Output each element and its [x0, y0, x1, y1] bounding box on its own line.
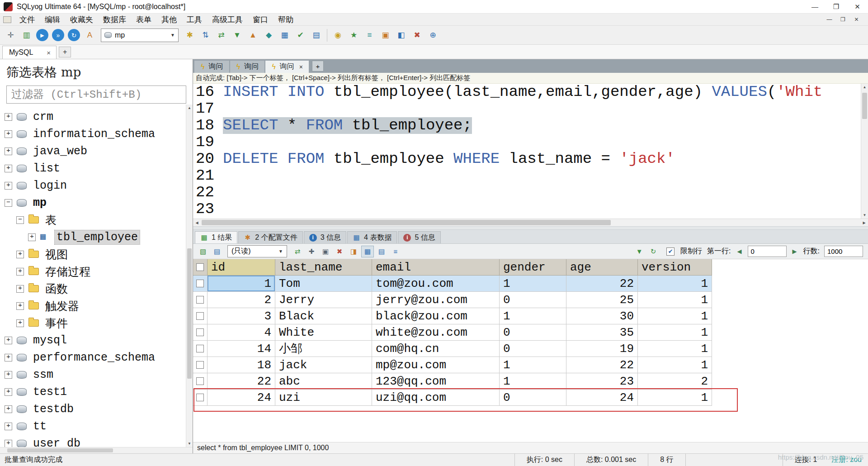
connect-icon[interactable]: ✛: [3, 29, 18, 42]
cell-gender[interactable]: 1: [500, 308, 566, 324]
query-tab-3[interactable]: 询问×: [265, 61, 309, 73]
cell-version[interactable]: 1: [638, 308, 712, 324]
expander-icon[interactable]: [5, 182, 12, 190]
expander-icon[interactable]: [5, 371, 12, 379]
notification-services-icon[interactable]: ◧: [394, 29, 409, 42]
export-data-icon[interactable]: ⇄: [214, 29, 229, 42]
tree-item-performance-schema[interactable]: performance_schema: [0, 349, 186, 366]
text-view-icon[interactable]: ≡: [389, 246, 402, 257]
previous-page-icon[interactable]: ◀: [734, 246, 745, 257]
editor-hscrollbar[interactable]: ◀ ▶: [193, 219, 868, 226]
cell-id[interactable]: 24: [208, 390, 275, 406]
expander-icon[interactable]: [5, 354, 12, 361]
menu-table[interactable]: 表单: [131, 14, 156, 25]
cell-email[interactable]: jerry@zou.com: [372, 292, 500, 308]
expander-icon[interactable]: [28, 233, 36, 241]
column-header-gender[interactable]: gender: [500, 259, 566, 276]
cell-version[interactable]: 1: [638, 292, 712, 308]
validate-icon[interactable]: ✔: [293, 29, 308, 42]
refresh-icon[interactable]: ↻: [68, 29, 80, 41]
row-count-input[interactable]: [824, 246, 863, 257]
restore-icon[interactable]: ❐: [826, 0, 847, 13]
filter-icon[interactable]: ▼: [633, 246, 646, 257]
expander-icon[interactable]: [5, 405, 12, 413]
sql-editor[interactable]: 16INSERT INTO tbl_employee(last_name,ema…: [193, 84, 868, 219]
expander-icon[interactable]: [5, 388, 12, 396]
scroll-thumb[interactable]: [187, 248, 192, 379]
cell-id[interactable]: 4: [208, 324, 275, 341]
tree-item-triggers[interactable]: 触发器: [0, 297, 186, 314]
editor-vscrollbar[interactable]: ▲ ▼: [861, 84, 868, 219]
row-select-cell[interactable]: [193, 357, 208, 373]
cell-id[interactable]: 2: [208, 292, 275, 308]
row-select-cell[interactable]: [193, 292, 208, 308]
export-resultset-icon[interactable]: ▧: [197, 246, 209, 257]
tree-item-login[interactable]: login: [0, 177, 186, 194]
cell-gender[interactable]: 1: [500, 373, 566, 390]
cell-last-name[interactable]: White: [275, 324, 372, 341]
cell-last-name[interactable]: abc: [275, 373, 372, 390]
data-search-icon[interactable]: ≡: [362, 29, 377, 42]
menu-tools[interactable]: 工具: [182, 14, 207, 25]
row-select-cell[interactable]: [193, 276, 208, 292]
cell-version[interactable]: 2: [638, 373, 712, 390]
form-view-icon[interactable]: ▤: [309, 29, 324, 42]
refresh-data-icon[interactable]: ⇄: [291, 246, 304, 257]
cell-email[interactable]: white@zou.com: [372, 324, 500, 341]
row-select-cell[interactable]: [193, 373, 208, 390]
cancel-changes-icon[interactable]: ◨: [347, 246, 360, 257]
cell-last-name[interactable]: Tom: [275, 276, 372, 292]
tab-profiles[interactable]: 2 个配置文件: [238, 231, 302, 243]
cell-gender[interactable]: 1: [500, 357, 566, 373]
scroll-thumb[interactable]: [202, 220, 611, 225]
tree-item-list[interactable]: list: [0, 160, 186, 177]
schema-sync-icon[interactable]: ⊕: [425, 29, 440, 42]
minimize-icon[interactable]: —: [804, 0, 826, 13]
tree-item-ssm[interactable]: ssm: [0, 366, 186, 383]
form-view-icon[interactable]: ▤: [375, 246, 388, 257]
execute-query-icon[interactable]: ►: [36, 29, 48, 41]
scheduled-backup-icon[interactable]: ▣: [378, 29, 393, 42]
cell-email[interactable]: mp@zou.com: [372, 357, 500, 373]
cell-last-name[interactable]: Jerry: [275, 292, 372, 308]
new-connection-icon[interactable]: ▥: [19, 29, 34, 42]
tree-item-java-web[interactable]: java_web: [0, 143, 186, 160]
column-header-age[interactable]: age: [566, 259, 638, 276]
checkbox-icon[interactable]: [196, 394, 204, 401]
editor-lines[interactable]: 16INSERT INTO tbl_employee(last_name,ema…: [193, 84, 861, 219]
cell-version[interactable]: 1: [638, 341, 712, 357]
cell-email[interactable]: com@hq.cn: [372, 341, 500, 357]
expander-icon[interactable]: [16, 302, 24, 310]
cell-email[interactable]: 123@qq.com: [372, 373, 500, 390]
execute-all-icon[interactable]: »: [52, 29, 64, 41]
expander-icon[interactable]: [5, 440, 12, 447]
checkbox-icon[interactable]: [196, 328, 204, 336]
menu-edit[interactable]: 编辑: [40, 14, 65, 25]
scroll-thumb[interactable]: [7, 448, 113, 452]
tree-item-information-schema[interactable]: information_schema: [0, 125, 186, 143]
query-tab-1[interactable]: 询问: [194, 61, 229, 73]
expander-icon[interactable]: [5, 199, 12, 207]
font-icon[interactable]: A: [82, 29, 97, 42]
scroll-up-icon[interactable]: ▲: [186, 105, 193, 111]
grid-view-icon[interactable]: ▦: [361, 246, 374, 257]
import-data-icon[interactable]: ⇅: [198, 29, 213, 42]
tree-item-testdb[interactable]: testdb: [0, 400, 186, 418]
restore-database-icon[interactable]: ▲: [245, 29, 260, 42]
menu-database[interactable]: 数据库: [98, 14, 131, 25]
mdi-minimize-icon[interactable]: —: [823, 15, 835, 24]
cell-id[interactable]: 18: [208, 357, 275, 373]
scroll-up-icon[interactable]: ▲: [861, 84, 868, 90]
save-changes-icon[interactable]: ▣: [319, 246, 332, 257]
tree-item-tt[interactable]: tt: [0, 418, 186, 435]
expander-icon[interactable]: [5, 165, 12, 172]
schema-designer-icon[interactable]: ◉: [330, 29, 345, 42]
tree-item-tables[interactable]: 表: [0, 211, 186, 228]
table-data-icon[interactable]: ▦: [277, 29, 292, 42]
select-all-cell[interactable]: [193, 259, 208, 276]
menu-help[interactable]: 帮助: [273, 14, 298, 25]
tree-item-events[interactable]: 事件: [0, 314, 186, 332]
cell-age[interactable]: 23: [566, 373, 638, 390]
row-select-cell[interactable]: [193, 390, 208, 406]
expander-icon[interactable]: [16, 268, 24, 276]
